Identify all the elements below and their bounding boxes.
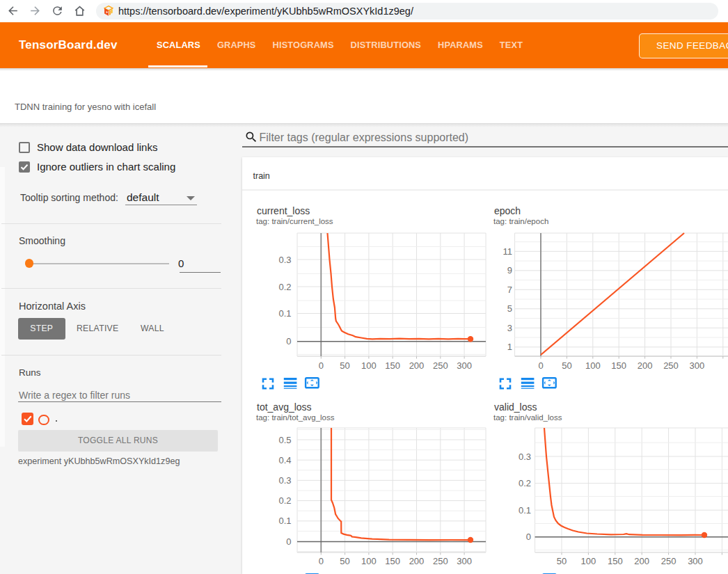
svg-text:50: 50	[340, 360, 349, 371]
svg-text:300: 300	[457, 360, 472, 371]
svg-text:150: 150	[385, 360, 400, 371]
svg-text:200: 200	[409, 360, 425, 371]
svg-text:300: 300	[688, 556, 703, 566]
svg-text:200: 200	[638, 360, 653, 371]
svg-text:250: 250	[433, 556, 448, 566]
svg-text:50: 50	[562, 360, 571, 371]
svg-text:50: 50	[340, 556, 349, 566]
svg-text:0: 0	[538, 360, 543, 371]
svg-text:0.4: 0.4	[278, 455, 291, 465]
svg-text:0: 0	[319, 360, 324, 371]
svg-text:0.5: 0.5	[278, 435, 291, 445]
svg-text:0: 0	[286, 336, 291, 346]
svg-text:tag: train/valid_loss: tag: train/valid_loss	[493, 413, 562, 422]
svg-text:11: 11	[503, 246, 513, 257]
svg-text:0: 0	[319, 556, 324, 566]
svg-text:300: 300	[457, 556, 472, 566]
svg-text:0.2: 0.2	[278, 495, 291, 506]
svg-text:200: 200	[409, 556, 425, 566]
svg-text:250: 250	[663, 360, 679, 371]
svg-text:0.3: 0.3	[519, 452, 531, 462]
svg-text:0.3: 0.3	[278, 255, 291, 265]
svg-text:epoch: epoch	[494, 205, 521, 216]
svg-text:100: 100	[361, 360, 377, 371]
svg-text:300: 300	[690, 360, 705, 371]
svg-text:150: 150	[385, 556, 400, 566]
svg-text:250: 250	[433, 360, 448, 371]
svg-text:tag: train/tot_avg_loss: tag: train/tot_avg_loss	[256, 413, 335, 422]
svg-text:tot_avg_loss: tot_avg_loss	[257, 401, 312, 413]
svg-text:150: 150	[608, 556, 623, 566]
svg-text:3: 3	[507, 323, 512, 333]
svg-text:250: 250	[661, 556, 676, 566]
svg-text:0: 0	[286, 536, 291, 547]
svg-text:150: 150	[611, 360, 626, 371]
svg-text:0.1: 0.1	[519, 505, 531, 516]
svg-text:0.1: 0.1	[278, 516, 291, 526]
svg-text:tag: train/epoch: tag: train/epoch	[493, 217, 548, 225]
svg-text:0.1: 0.1	[278, 308, 291, 319]
svg-text:50: 50	[557, 556, 567, 566]
svg-text:0: 0	[526, 532, 531, 542]
svg-text:5: 5	[507, 303, 512, 314]
svg-text:current_loss: current_loss	[257, 205, 310, 216]
svg-text:tag: train/current_loss: tag: train/current_loss	[256, 217, 333, 225]
svg-text:100: 100	[585, 360, 601, 371]
svg-text:100: 100	[361, 556, 377, 566]
svg-text:100: 100	[581, 556, 596, 566]
svg-text:7: 7	[507, 285, 512, 295]
svg-text:0.2: 0.2	[519, 478, 531, 488]
svg-text:200: 200	[634, 556, 649, 566]
svg-text:1: 1	[507, 342, 512, 352]
svg-text:0.2: 0.2	[278, 282, 291, 292]
svg-text:9: 9	[507, 265, 512, 276]
svg-text:valid_loss: valid_loss	[494, 401, 537, 413]
svg-text:train: train	[253, 171, 270, 181]
svg-text:0.3: 0.3	[278, 475, 291, 486]
